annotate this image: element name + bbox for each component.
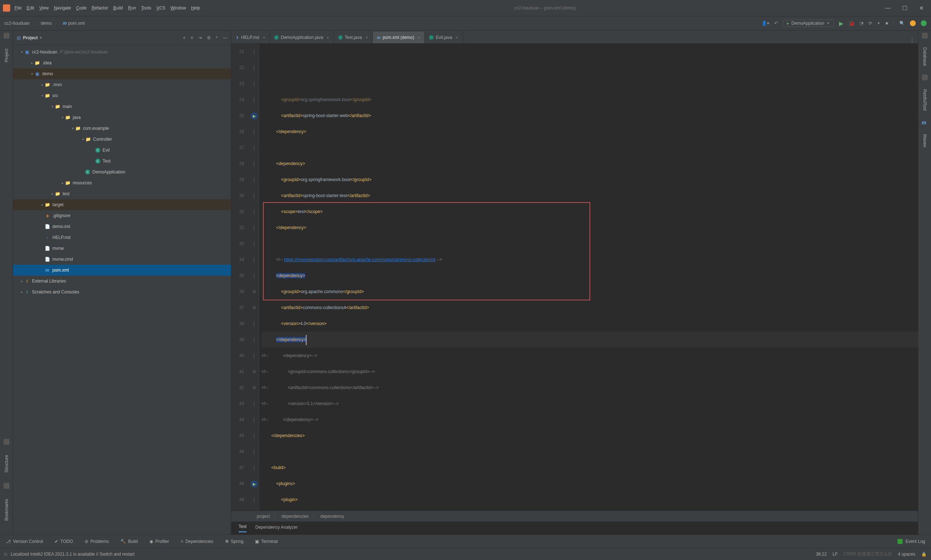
- editor-tabs[interactable]: ⬇HELP.md×DemoApplication.java×Test.java×…: [231, 31, 918, 44]
- user-icon[interactable]: 👤▾: [762, 21, 769, 26]
- debug-button[interactable]: 🐞: [848, 20, 855, 26]
- editor-breadcrumbs[interactable]: project〉 dependencies〉 dependency: [231, 511, 918, 522]
- tree-item-demo-iml[interactable]: 📄demo.iml: [13, 221, 231, 232]
- status-lock-icon[interactable]: 🔒: [921, 552, 926, 557]
- tree-item-pom-xml[interactable]: mpom.xml: [13, 265, 231, 275]
- status-message[interactable]: Localized IntelliJ IDEA 2021.3.1 is avai…: [11, 552, 135, 557]
- project-view-icon[interactable]: ▤: [17, 35, 21, 40]
- menu-tools[interactable]: Tools: [141, 5, 151, 11]
- menu-vcs[interactable]: VCS: [156, 5, 165, 11]
- breadcrumb[interactable]: cc2-houduan 〉 demo 〉 mpom.xml: [5, 20, 85, 26]
- tree-item-evil[interactable]: CEvil: [13, 145, 231, 155]
- minimize-button[interactable]: —: [885, 5, 891, 12]
- editor-tab-pom-xml-demo-[interactable]: mpom.xml (demo)×: [373, 32, 425, 43]
- code-line-37[interactable]: <!-- <dependency>-->: [262, 348, 918, 364]
- tree-item-java[interactable]: ▾📁java: [13, 112, 231, 123]
- code-line-39[interactable]: <!-- <artifactId>commons-collections</ar…: [262, 380, 918, 395]
- back-icon[interactable]: ↶: [774, 21, 778, 26]
- tree-item-main[interactable]: ▾📁main: [13, 101, 231, 112]
- more-run-icon[interactable]: ▼: [877, 22, 880, 25]
- menu-run[interactable]: Run: [128, 5, 136, 11]
- project-panel-title[interactable]: Project: [23, 35, 38, 40]
- code-editor[interactable]: 2122232425262728293031323334353637383940…: [231, 44, 918, 511]
- menu-edit[interactable]: Edit: [26, 5, 34, 11]
- close-button[interactable]: ✕: [919, 5, 924, 12]
- search-everywhere-button[interactable]: 🔍: [899, 21, 905, 26]
- database-tool-icon[interactable]: [922, 33, 928, 38]
- toolwin-version-control[interactable]: ⎇ Version Control: [6, 539, 43, 544]
- project-tree[interactable]: ▾▣cc2-houduanF:\java-sec\cc2-houduan▸📁.i…: [13, 45, 231, 535]
- code-line-30[interactable]: [262, 235, 918, 252]
- tree-item-mvnw-cmd[interactable]: 📄mvnw.cmd: [13, 254, 231, 265]
- tree-item-demoapplication[interactable]: CDemoApplication: [13, 166, 231, 177]
- tree-item--idea[interactable]: ▸📁.idea: [13, 57, 231, 68]
- menu-help[interactable]: Help: [191, 5, 200, 11]
- text-tab[interactable]: Text: [239, 524, 246, 532]
- database-tool-label[interactable]: Database: [922, 45, 927, 69]
- restful-tool-label[interactable]: RestfulTool: [922, 86, 927, 114]
- bookmarks-tool-label[interactable]: Bookmarks: [4, 496, 9, 524]
- code-line-24[interactable]: [262, 140, 918, 155]
- breadcrumb-module[interactable]: demo: [41, 21, 52, 26]
- status-toggle-icon[interactable]: □: [5, 552, 7, 557]
- tree-item-target[interactable]: ▸📁target: [13, 199, 231, 210]
- line-separator[interactable]: LF: [833, 552, 837, 557]
- close-tab-icon[interactable]: ×: [418, 35, 420, 40]
- coverage-button[interactable]: ◔: [860, 21, 863, 26]
- tree-item-mvnw[interactable]: 📄mvnw: [13, 243, 231, 254]
- tree-item-src[interactable]: ▾📁src: [13, 90, 231, 101]
- code-line-45[interactable]: <plugins>: [262, 475, 918, 492]
- profile-button[interactable]: ⟳: [868, 21, 872, 26]
- code-line-41[interactable]: <!-- </dependency>-->: [262, 412, 918, 428]
- maven-tool-label[interactable]: Maven: [922, 131, 927, 150]
- toolwin-spring[interactable]: ❇ Spring: [225, 539, 244, 544]
- code-line-23[interactable]: </dependency>: [262, 124, 918, 140]
- editor-tab-help-md[interactable]: ⬇HELP.md×: [231, 32, 270, 43]
- toolwin-dependencies[interactable]: ⌗ Dependencies: [181, 539, 214, 544]
- settings-gear-icon[interactable]: ⚙: [207, 35, 211, 40]
- tree-item--gitignore[interactable]: ◈.gitignore: [13, 210, 231, 221]
- code-line-26[interactable]: <groupId>org.springframework.boot</group…: [262, 172, 918, 188]
- toolwin-profiler[interactable]: ◉ Profiler: [149, 539, 169, 544]
- close-tab-icon[interactable]: ×: [365, 35, 368, 40]
- project-tool-label[interactable]: Project: [4, 46, 9, 65]
- editor-tab-evil-java[interactable]: Evil.java×: [425, 32, 463, 43]
- editor-tab-demoapplication-java[interactable]: DemoApplication.java×: [270, 32, 334, 43]
- tree-item-help-md[interactable]: ↓HELP.md: [13, 232, 231, 243]
- toolwin-todo[interactable]: ✔ TODO: [55, 539, 73, 544]
- code-line-43[interactable]: [262, 444, 918, 460]
- toolwin-problems[interactable]: ⊘ Problems: [85, 539, 109, 544]
- code-line-31[interactable]: <!-- https://mvnrepository.com/artifact/…: [262, 252, 918, 268]
- code-line-44[interactable]: <build>: [262, 460, 918, 475]
- menu-view[interactable]: View: [39, 5, 49, 11]
- close-tab-icon[interactable]: ×: [455, 35, 458, 40]
- ide-update-icon[interactable]: [910, 20, 916, 26]
- restful-tool-icon[interactable]: [922, 75, 928, 80]
- stop-button[interactable]: ■: [886, 21, 888, 26]
- menu-navigate[interactable]: Navigate: [54, 5, 71, 11]
- code-line-38[interactable]: <!-- <groupId>commons-collections</group…: [262, 364, 918, 380]
- code-line-28[interactable]: <scope>test</scope>: [262, 204, 918, 220]
- tabs-more-icon[interactable]: ⋮: [910, 38, 914, 43]
- toolwin-build[interactable]: 🔨 Build: [120, 539, 138, 544]
- tree-item-resources[interactable]: ▸📁resources: [13, 177, 231, 188]
- breadcrumb-file[interactable]: pom.xml: [68, 21, 85, 26]
- run-button[interactable]: ▶: [839, 20, 843, 27]
- tree-item--mvn[interactable]: ▸📁.mvn: [13, 79, 231, 90]
- cursor-position[interactable]: 36:22: [816, 552, 826, 557]
- code-line-27[interactable]: <artifactId>spring-boot-starter-test</ar…: [262, 188, 918, 204]
- bookmarks-tool-icon[interactable]: [4, 483, 9, 489]
- tree-item-external-libraries[interactable]: ▸⫴External Libraries: [13, 275, 231, 286]
- code-line-35[interactable]: <version>4.0</version>: [262, 315, 918, 332]
- dependency-analyzer-tab[interactable]: Dependency Analyzer: [255, 525, 298, 532]
- run-config-selector[interactable]: ▸ DemoApplication ▼: [783, 20, 834, 27]
- tree-item-com-example[interactable]: ▾📁com.example: [13, 123, 231, 134]
- code-line-36[interactable]: </dependency>: [262, 332, 918, 348]
- close-tab-icon[interactable]: ×: [263, 35, 265, 40]
- ide-status-icon[interactable]: [921, 20, 926, 26]
- menu-refactor[interactable]: Refactor: [92, 5, 108, 11]
- tree-item-scratches-and-consoles[interactable]: ▸⫴Scratches and Consoles: [13, 286, 231, 297]
- main-menu[interactable]: FileEditViewNavigateCodeRefactorBuildRun…: [15, 5, 205, 11]
- code-line-22[interactable]: <artifactId>spring-boot-starter-web</art…: [262, 108, 918, 124]
- code-line-21[interactable]: <groupId>org.springframework.boot</group…: [262, 92, 918, 108]
